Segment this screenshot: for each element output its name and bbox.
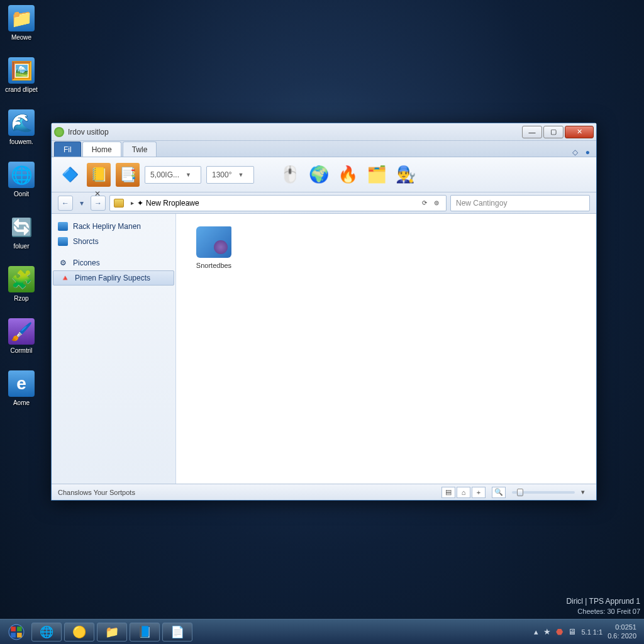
close-tab-icon[interactable]: ✕ (94, 189, 101, 198)
folder-icon (58, 222, 68, 231)
start-button[interactable] (4, 621, 29, 643)
ribbon-button-2[interactable]: 📒 (87, 163, 111, 187)
status-bar: Chanslows Your Sortpots ▤ ⌂ + 🔍 ▾ (52, 484, 596, 500)
task-item-2[interactable]: 🟡 (64, 623, 94, 641)
gear-icon: ⚙ (58, 258, 68, 267)
zoom-out-button[interactable]: + (472, 487, 486, 498)
desktop-icon-foluer[interactable]: 🔄foluer (4, 214, 39, 250)
system-tray: ▴ ★ ⬣ 🖥 5.1 1:1 0:0251 0.6: 2020 (534, 623, 640, 640)
file-item-snortedbes[interactable]: Snortedbes (189, 226, 239, 269)
minimize-button[interactable]: — (522, 126, 542, 138)
zoom-slider[interactable] (512, 491, 575, 494)
ribbon-combo-1[interactable]: 5,00IG...▼ (145, 166, 201, 184)
sidebar-item-picones[interactable]: ⚙Picones (52, 255, 175, 270)
tray-star-icon[interactable]: ★ (543, 627, 551, 636)
sidebar-item-rack[interactable]: Rack Hepliry Manen (52, 219, 175, 234)
tab-file[interactable]: Fil (54, 142, 81, 157)
chevron-right-icon: ▸ (131, 199, 134, 206)
tray-meter: 5.1 1:1 (581, 628, 602, 636)
tab-home[interactable]: Home (82, 142, 121, 157)
nav-back-button[interactable]: ← (58, 196, 73, 211)
tray-shield-icon[interactable]: ⬣ (556, 627, 563, 636)
desktop-icons: 📁Meowe 🖼️crand dlipet 🌊fouwem. 🌐Oonit 🔄f… (4, 5, 42, 423)
ribbon-tabs: Fil Home Twle ◇ ● (52, 141, 596, 157)
close-button[interactable]: ✕ (565, 126, 594, 138)
ribbon: 🔷 📒 ✕ 📑 5,00IG...▼ 1300°▼ 🖱️ 🌍 🔥 🗂️ 👨‍🔧 (52, 157, 596, 192)
help-icon[interactable]: ● (582, 148, 594, 157)
ribbon-tool-globe-1[interactable]: 🌍 (306, 162, 332, 188)
desktop-watermark: Diricl | TPS Apprund 1 Cheetes: 30 Freit… (566, 596, 640, 616)
taskbar: 🌐 🟡 📁 📘 📄 ▴ ★ ⬣ 🖥 5.1 1:1 0:0251 0.6: 20… (0, 619, 644, 644)
ribbon-tool-cursor[interactable]: 🖱️ (277, 162, 303, 188)
desktop-icon-fouwem[interactable]: 🌊fouwem. (4, 109, 39, 145)
task-item-5[interactable]: 📄 (162, 623, 192, 641)
content-area[interactable]: Snortedbes (176, 214, 596, 484)
address-path: New Rropleawe (146, 199, 199, 208)
ribbon-tool-card[interactable]: 🗂️ (364, 162, 390, 188)
explorer-window: Irdov usitlop — ▢ ✕ Fil Home Twle ◇ ● 🔷 … (51, 123, 597, 501)
maximize-button[interactable]: ▢ (543, 126, 564, 138)
folder-icon (58, 237, 68, 246)
svg-rect-2 (17, 626, 22, 631)
window-title: Irdov usitlop (68, 128, 521, 136)
ribbon-tool-avatar[interactable]: 👨‍🔧 (392, 162, 419, 188)
svg-rect-4 (17, 633, 22, 638)
zoom-reset-button[interactable]: 🔍 (492, 487, 506, 498)
ribbon-tool-globe-2[interactable]: 🔥 (335, 162, 361, 188)
tab-twle[interactable]: Twle (123, 142, 157, 157)
status-text: Chanslows Your Sortpots (58, 489, 135, 496)
desktop-icon-oonit[interactable]: 🌐Oonit (4, 162, 39, 197)
folder-icon (114, 199, 124, 208)
sidebar-item-shorcts[interactable]: Shorcts (52, 234, 175, 249)
flag-icon: 🔺 (60, 274, 70, 282)
address-bar-row: ← ▾ → ▸ ✦ New Rropleawe ⟳ ⊚ New Cantingo… (52, 192, 596, 214)
sidebar-item-pimen[interactable]: 🔺Pimen Fapliry Supects (53, 270, 174, 286)
star-icon: ✦ (137, 199, 143, 208)
desktop-icon-rzop[interactable]: 🧩Rzop (4, 266, 39, 302)
sidebar: Rack Hepliry Manen Shorcts ⚙Picones 🔺Pim… (52, 214, 176, 484)
taskbar-clock[interactable]: 0:0251 0.6: 2020 (608, 623, 636, 640)
task-item-1[interactable]: 🌐 (31, 623, 62, 641)
refresh-icon-small[interactable]: ⟳ (422, 199, 427, 206)
titlebar[interactable]: Irdov usitlop — ▢ ✕ (52, 123, 596, 141)
tray-up-icon[interactable]: ▴ (534, 627, 538, 636)
ribbon-combo-2[interactable]: 1300°▼ (206, 166, 254, 184)
task-item-3[interactable]: 📁 (97, 623, 127, 641)
collapse-ribbon-icon[interactable]: ◇ (569, 148, 582, 157)
desktop-icon-cormtril[interactable]: 🖌️Cormtril (4, 318, 39, 354)
task-item-4[interactable]: 📘 (130, 623, 160, 641)
desktop-icon-meowe[interactable]: 📁Meowe (4, 5, 39, 41)
address-dropdown-icon[interactable]: ⊚ (434, 199, 439, 206)
nav-history-dropdown[interactable]: ▾ (77, 196, 87, 211)
search-input[interactable]: New Cantingoy (450, 195, 590, 211)
ribbon-button-1[interactable]: 🔷 (58, 163, 82, 187)
desktop-icon-crand[interactable]: 🖼️crand dlipet (4, 57, 39, 93)
svg-rect-1 (11, 626, 16, 631)
svg-rect-3 (11, 633, 16, 638)
status-more-button[interactable]: ▾ (576, 487, 590, 498)
ribbon-button-3[interactable]: 📑 (116, 163, 140, 187)
desktop-icon-aome[interactable]: еAome (4, 370, 39, 406)
app-icon (54, 127, 64, 137)
view-details-button[interactable]: ▤ (441, 487, 455, 498)
address-bar[interactable]: ▸ ✦ New Rropleawe ⟳ ⊚ (109, 195, 447, 211)
folder-shortcut-icon (196, 226, 231, 258)
tray-network-icon[interactable]: 🖥 (568, 627, 576, 636)
view-icons-button[interactable]: ⌂ (457, 487, 470, 498)
